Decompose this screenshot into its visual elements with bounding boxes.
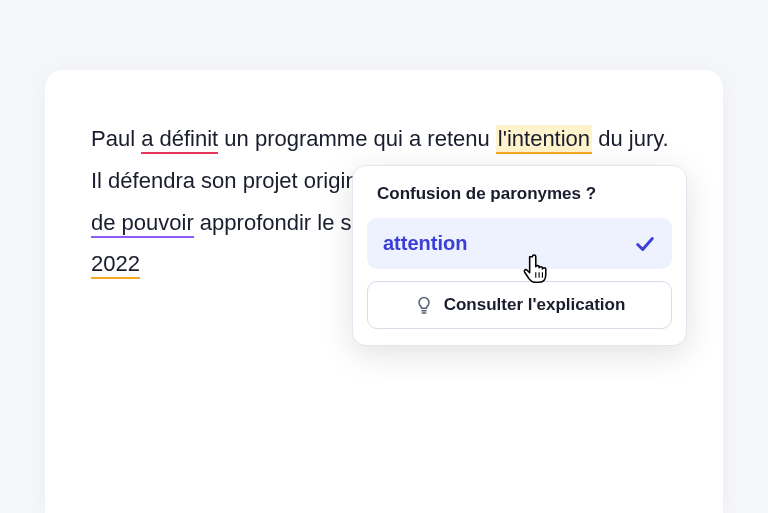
explain-button[interactable]: Consulter l'explication <box>367 281 672 329</box>
checkmark-icon <box>634 233 656 255</box>
text-segment: Paul <box>91 126 141 151</box>
suggestion-option[interactable]: attention <box>367 218 672 269</box>
lightbulb-icon <box>414 295 434 315</box>
error-style[interactable]: de pouvoir <box>91 210 194 238</box>
error-paronym-highlighted[interactable]: l'intention <box>496 125 592 154</box>
suggestion-word: attention <box>383 232 467 255</box>
text-segment: un programme qui a retenu <box>218 126 496 151</box>
correction-popup: Confusion de paronymes ? attention Consu… <box>352 165 687 346</box>
popup-title: Confusion de paronymes ? <box>367 180 672 218</box>
error-grammar[interactable]: a définit <box>141 126 218 154</box>
explain-button-label: Consulter l'explication <box>444 295 626 315</box>
